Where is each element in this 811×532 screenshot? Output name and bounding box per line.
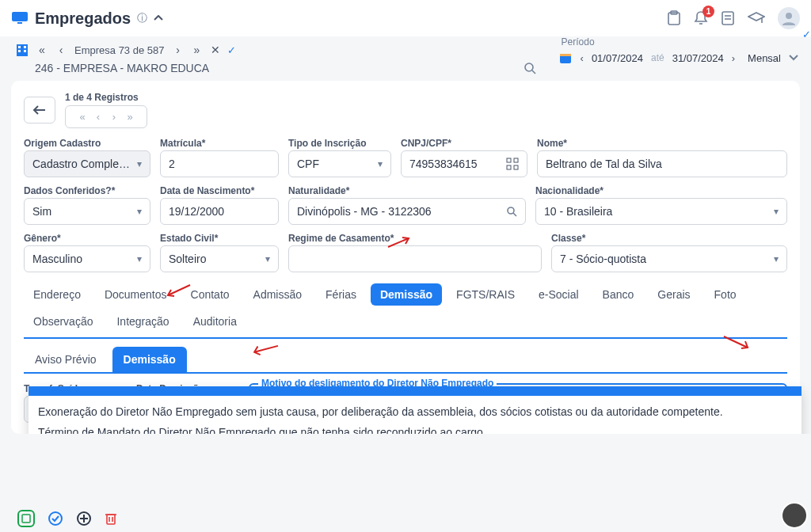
tab-demiss-o[interactable]: Demissão bbox=[371, 283, 442, 306]
search-icon[interactable] bbox=[506, 206, 517, 217]
records-first-icon[interactable]: « bbox=[75, 111, 89, 123]
dropdown-list: Exoneração do Diretor Não Empregado sem … bbox=[29, 396, 801, 434]
chevron-down-icon: ▾ bbox=[774, 253, 779, 264]
svg-rect-19 bbox=[560, 54, 571, 56]
svg-point-25 bbox=[508, 207, 514, 214]
company-close-icon[interactable]: ✕ bbox=[208, 44, 223, 56]
nome-label: Nome* bbox=[537, 138, 787, 149]
tab-documentos[interactable]: Documentos bbox=[95, 283, 177, 306]
records-pager: « ‹ › » bbox=[65, 105, 147, 128]
tab-endere-o[interactable]: Endereço bbox=[24, 283, 90, 306]
nacionalidade-label: Nacionalidade* bbox=[535, 185, 787, 196]
svg-rect-5 bbox=[722, 12, 733, 25]
regime-label: Regime de Casamento* bbox=[288, 233, 542, 244]
company-last-icon[interactable]: » bbox=[189, 44, 204, 56]
page-title: Empregados bbox=[35, 10, 131, 28]
records-prev-icon[interactable]: ‹ bbox=[91, 111, 105, 123]
svg-rect-14 bbox=[18, 50, 21, 52]
period-check-icon[interactable]: ✓ bbox=[802, 28, 811, 40]
building-icon bbox=[16, 43, 29, 57]
conferidos-select[interactable]: Sim ▾ bbox=[24, 198, 150, 225]
company-next-icon[interactable]: › bbox=[170, 44, 185, 56]
chevron-down-icon: ▾ bbox=[378, 158, 383, 169]
svg-rect-0 bbox=[12, 12, 28, 21]
chevron-down-icon: ▾ bbox=[137, 253, 142, 264]
graduation-icon[interactable] bbox=[748, 11, 765, 25]
tab-banco[interactable]: Banco bbox=[593, 283, 644, 306]
classe-label: Classe* bbox=[551, 233, 787, 244]
svg-point-10 bbox=[786, 13, 792, 19]
period-end: 31/07/2024 bbox=[672, 52, 724, 64]
cnpj-label: CNPJ/CPF* bbox=[401, 138, 527, 149]
period-start: 01/07/2024 bbox=[592, 52, 643, 64]
info-icon[interactable]: ⓘ bbox=[137, 11, 147, 25]
period-ate: até bbox=[651, 52, 664, 63]
svg-rect-1 bbox=[17, 22, 22, 24]
chevron-down-icon: ▾ bbox=[137, 206, 142, 217]
chevron-down-icon: ▾ bbox=[774, 206, 779, 217]
employee-card: 1 de 4 Registros « ‹ › » Origem Cadastro… bbox=[11, 81, 800, 434]
estado-civil-select[interactable]: Solteiro ▾ bbox=[160, 245, 279, 272]
svg-rect-13 bbox=[24, 46, 26, 48]
period-prev-icon[interactable]: ‹ bbox=[581, 52, 584, 64]
classe-select[interactable]: 7 - Sócio-quotista ▾ bbox=[551, 245, 787, 272]
naturalidade-input[interactable]: Divinópolis - MG - 3122306 bbox=[288, 198, 526, 225]
cnpj-input[interactable]: 74953834615 bbox=[401, 150, 527, 177]
regime-input[interactable] bbox=[288, 245, 542, 272]
subtab-aviso-pr-vio[interactable]: Aviso Prévio bbox=[24, 347, 108, 372]
genero-select[interactable]: Masculino ▾ bbox=[24, 245, 150, 272]
records-count: 1 de 4 Registros bbox=[65, 92, 147, 103]
note-icon[interactable] bbox=[721, 10, 735, 26]
estado-civil-label: Estado Civil* bbox=[160, 233, 279, 244]
naturalidade-label: Naturalidade* bbox=[288, 185, 526, 196]
company-check-icon[interactable]: ✓ bbox=[227, 44, 236, 56]
tab-gerais[interactable]: Gerais bbox=[648, 283, 699, 306]
svg-rect-21 bbox=[507, 158, 511, 162]
bell-icon[interactable]: 1 bbox=[694, 10, 708, 26]
nome-input[interactable]: Beltrano de Tal da Silva bbox=[537, 150, 787, 177]
tab-integra-o[interactable]: Integração bbox=[107, 310, 178, 332]
company-pager: Empresa 73 de 587 bbox=[74, 44, 164, 56]
conferidos-label: Dados Conferidos?* bbox=[24, 185, 150, 196]
records-last-icon[interactable]: » bbox=[123, 111, 137, 123]
nascimento-input[interactable]: 19/12/2000 bbox=[160, 198, 279, 225]
genero-label: Gênero* bbox=[24, 233, 150, 244]
back-button[interactable] bbox=[24, 97, 55, 124]
tab-contato[interactable]: Contato bbox=[181, 283, 239, 306]
calendar-icon[interactable] bbox=[558, 51, 573, 65]
avatar[interactable] bbox=[778, 7, 800, 29]
svg-rect-24 bbox=[514, 165, 518, 169]
records-next-icon[interactable]: › bbox=[107, 111, 121, 123]
period-next-icon[interactable]: › bbox=[732, 52, 735, 64]
origem-select[interactable]: Cadastro Comple… ▾ bbox=[24, 150, 150, 177]
subtab-demiss-o[interactable]: Demissão bbox=[112, 347, 187, 372]
tab-fgts-rais[interactable]: FGTS/RAIS bbox=[447, 283, 524, 306]
chevron-down-icon: ▾ bbox=[137, 158, 142, 169]
company-search-icon[interactable] bbox=[524, 62, 536, 74]
period-label: Período bbox=[558, 36, 798, 48]
tipo-inscricao-label: Tipo de Inscrição bbox=[288, 138, 391, 149]
tab-foto[interactable]: Foto bbox=[705, 283, 746, 306]
company-first-icon[interactable]: « bbox=[35, 44, 49, 56]
title-caret-icon[interactable] bbox=[154, 15, 163, 21]
matricula-label: Matrícula* bbox=[160, 138, 279, 149]
company-prev-icon[interactable]: ‹ bbox=[54, 44, 68, 56]
tab-auditoria[interactable]: Auditoria bbox=[184, 310, 246, 332]
dropdown-option[interactable]: Término de Mandato do Diretor Não Empreg… bbox=[38, 423, 792, 434]
tab-observa-o[interactable]: Observação bbox=[24, 310, 102, 332]
dropdown-option[interactable]: Exoneração do Diretor Não Empregado sem … bbox=[38, 402, 792, 423]
notification-badge: 1 bbox=[702, 6, 714, 17]
company-name: 246 - EMPRESA - MAKRO EDUCA bbox=[35, 62, 209, 74]
nacionalidade-select[interactable]: 10 - Brasileira ▾ bbox=[535, 198, 787, 225]
tabs-divider bbox=[24, 337, 787, 339]
svg-rect-12 bbox=[18, 46, 21, 48]
clipboard-icon[interactable] bbox=[667, 10, 681, 26]
tab-admiss-o[interactable]: Admissão bbox=[244, 283, 311, 306]
period-type-chevron-icon[interactable] bbox=[789, 55, 798, 61]
tab-f-rias[interactable]: Férias bbox=[316, 283, 366, 306]
tabs: EndereçoDocumentosContatoAdmissãoFériasD… bbox=[24, 283, 787, 332]
matricula-input[interactable]: 2 bbox=[160, 150, 279, 177]
qr-icon[interactable] bbox=[506, 158, 519, 170]
tipo-inscricao-select[interactable]: CPF ▾ bbox=[288, 150, 391, 177]
tab-e-social[interactable]: e-Social bbox=[529, 283, 588, 306]
